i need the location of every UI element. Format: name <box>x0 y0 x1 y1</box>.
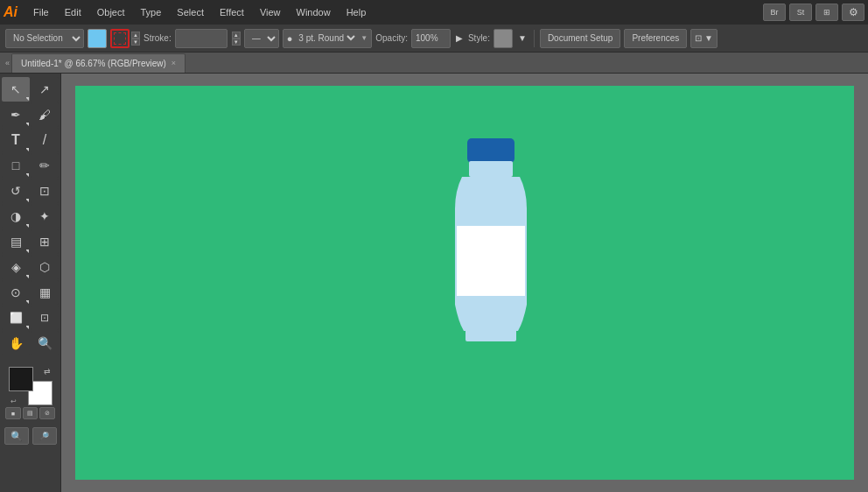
stock-icon-btn[interactable]: St <box>789 4 812 21</box>
menu-type[interactable]: Type <box>134 5 169 19</box>
sub-indicator-2 <box>24 123 29 126</box>
tool-row-10: ⬜ ⊡ <box>2 306 59 330</box>
selection-icon: ↖ <box>10 82 21 96</box>
artboard <box>75 86 854 480</box>
artboard-icon: ⬜ <box>10 312 23 324</box>
artboard-tool[interactable]: ⬜ <box>2 306 30 330</box>
tab-scroll-left[interactable]: « <box>5 59 10 67</box>
sub-indicator-6 <box>24 224 29 228</box>
bridge-icon-btn[interactable]: Br <box>763 4 786 21</box>
zoom-out-btn[interactable]: 🔍 <box>4 427 29 445</box>
stroke-swatch[interactable] <box>110 29 130 48</box>
perspective-tool[interactable]: ⬡ <box>31 255 59 279</box>
sub-indicator-10 <box>24 326 29 329</box>
bottle-base <box>466 329 516 341</box>
eyedropper-icon: ✦ <box>39 209 50 223</box>
weight-dropdown-icon[interactable]: ▼ <box>360 34 368 42</box>
selection-dropdown[interactable]: No Selection <box>5 29 84 48</box>
transform-tool[interactable]: ⊡ <box>31 179 59 203</box>
blend-tool[interactable]: ◑ <box>2 204 30 228</box>
document-tab[interactable]: Untitled-1* @ 66.67% (RGB/Preview) × <box>11 53 186 73</box>
style-dropdown[interactable]: ▼ <box>516 33 528 43</box>
weight-icon: ● <box>287 33 293 44</box>
graph-tool[interactable]: ▦ <box>31 280 59 305</box>
swap-colors-icon[interactable]: ⇄ <box>44 367 51 376</box>
tool-row-1: ↖ ↗ <box>2 77 59 102</box>
top-right-icons: Br St ⊞ ⚙ <box>763 4 864 21</box>
hand-tool[interactable]: ✋ <box>2 331 30 355</box>
sub-indicator-5 <box>24 199 29 202</box>
toolbox: ↖ ↗ ✒ 🖌 T / <box>0 74 61 492</box>
weight-round-box: ● 3 pt. Round 1 pt. Round 2 pt. Round ▼ <box>283 29 373 48</box>
menu-select[interactable]: Select <box>170 5 211 19</box>
workspace-icon-btn[interactable]: ⊞ <box>816 4 838 21</box>
foreground-color-swatch[interactable] <box>9 367 33 391</box>
weight-select[interactable]: 3 pt. Round 1 pt. Round 2 pt. Round <box>295 32 358 44</box>
document-setup-button[interactable]: Document Setup <box>540 29 621 48</box>
gradient-btn[interactable]: ▤ <box>23 407 38 419</box>
gradient-tool[interactable]: ▤ <box>2 229 30 254</box>
stroke-input[interactable] <box>175 29 228 48</box>
canvas-area <box>61 74 868 492</box>
tool-row-2: ✒ 🖌 <box>2 102 59 127</box>
tool-row-6: ◑ ✦ <box>2 204 59 228</box>
line-tool[interactable]: / <box>31 128 59 152</box>
menu-edit[interactable]: Edit <box>58 5 88 19</box>
stroke-value-spinner[interactable]: ▲ ▼ <box>232 32 241 46</box>
arrange-button[interactable]: ⊡ ▼ <box>690 29 718 48</box>
options-toolbar: No Selection ▲ ▼ Stroke: ▲ ▼ — ● 3 pt. R… <box>0 25 868 53</box>
tab-close-button[interactable]: × <box>172 59 176 67</box>
pencil-tool[interactable]: ✏ <box>31 153 59 178</box>
menu-file[interactable]: File <box>26 5 56 19</box>
rotate-tool[interactable]: ↺ <box>2 179 30 203</box>
fg-bg-swatch: ↩ ⇄ <box>9 367 52 405</box>
style-label: Style: <box>468 33 490 43</box>
app-logo: Ai <box>4 4 18 20</box>
zoom-tool[interactable]: 🔍 <box>31 331 59 355</box>
none-btn[interactable]: ⊘ <box>39 407 55 419</box>
direct-selection-tool[interactable]: ↗ <box>31 77 59 102</box>
opacity-input[interactable] <box>411 29 451 48</box>
symbol-spray-tool[interactable]: ⊙ <box>2 280 30 305</box>
eyedropper-tool[interactable]: ✦ <box>31 204 59 228</box>
bottle-svg <box>443 138 539 366</box>
bottle-lower-taper <box>455 305 527 331</box>
toolbar-separator <box>534 30 535 47</box>
menu-effect[interactable]: Effect <box>213 5 251 19</box>
mesh-icon: ⊞ <box>39 235 50 249</box>
graph-icon: ▦ <box>39 285 51 299</box>
mesh-tool[interactable]: ⊞ <box>31 229 59 254</box>
color-area: ↩ ⇄ ■ ▤ ⊘ <box>2 363 59 423</box>
type-tool[interactable]: T <box>2 128 30 152</box>
tool-row-9: ⊙ ▦ <box>2 280 59 305</box>
sub-indicator-9 <box>24 300 29 304</box>
solid-color-btn[interactable]: ■ <box>5 407 21 419</box>
menu-view[interactable]: View <box>253 5 288 19</box>
brush-tool[interactable]: 🖌 <box>31 102 59 127</box>
menu-help[interactable]: Help <box>340 5 374 19</box>
stroke-spinner[interactable]: ▲ ▼ <box>131 32 140 46</box>
slice-icon: ⊡ <box>40 312 49 324</box>
hand-icon: ✋ <box>9 336 24 350</box>
color-mode-row: ■ ▤ ⊘ <box>5 407 55 419</box>
reset-colors-icon[interactable]: ↩ <box>10 397 17 405</box>
shape-builder-tool[interactable]: ◈ <box>2 255 30 279</box>
selection-tool[interactable]: ↖ <box>2 77 30 102</box>
fill-swatch[interactable] <box>88 29 107 48</box>
zoom-icon: 🔍 <box>38 336 52 350</box>
opacity-label: Opacity: <box>375 33 408 43</box>
shape-builder-icon: ◈ <box>11 260 21 274</box>
slice-tool[interactable]: ⊡ <box>31 306 59 330</box>
pen-icon: ✒ <box>10 108 21 122</box>
preferences-button[interactable]: Preferences <box>624 29 687 48</box>
stroke-style-dropdown[interactable]: — <box>244 29 279 48</box>
pen-tool[interactable]: ✒ <box>2 102 30 127</box>
sync-icon-btn[interactable]: ⚙ <box>842 4 864 21</box>
menu-window[interactable]: Window <box>290 5 338 19</box>
zoom-in-btn[interactable]: 🔎 <box>32 427 57 445</box>
opacity-arrow[interactable]: ▶ <box>454 33 465 43</box>
bottle-label <box>457 226 525 296</box>
menu-object[interactable]: Object <box>90 5 132 19</box>
style-swatch[interactable] <box>494 29 513 48</box>
rect-tool[interactable]: □ <box>2 153 30 178</box>
